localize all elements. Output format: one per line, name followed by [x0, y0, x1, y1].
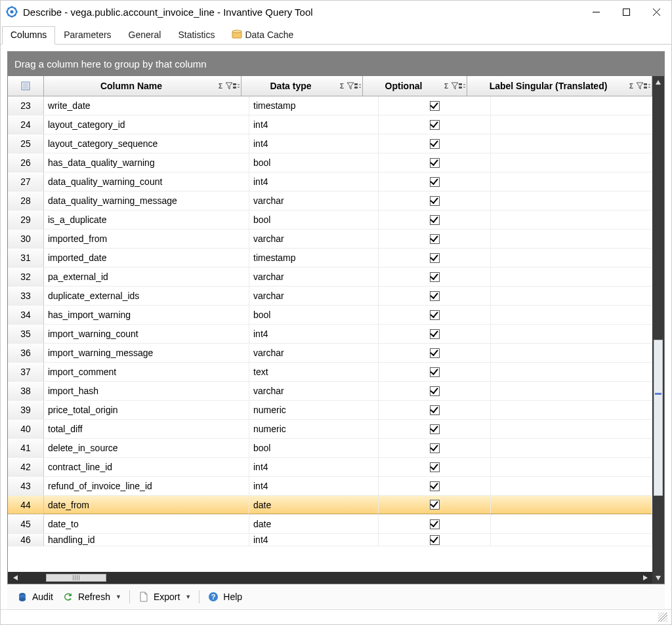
cell-optional[interactable] [379, 287, 491, 305]
row-selector-header[interactable] [8, 76, 44, 96]
row-number[interactable]: 39 [8, 401, 44, 419]
cell-column-name[interactable]: write_date [44, 96, 249, 115]
table-row[interactable]: 24layout_category_idint4 [8, 115, 652, 134]
checkbox-icon[interactable] [430, 500, 440, 510]
cell-optional[interactable] [379, 496, 491, 514]
hscroll-thumb[interactable] [46, 574, 106, 582]
tab-statistics[interactable]: Statistics [169, 26, 223, 44]
cell-optional[interactable] [379, 458, 491, 476]
checkbox-icon[interactable] [430, 462, 440, 472]
table-row[interactable]: 23write_datetimestamp [8, 96, 652, 115]
cell-data-type[interactable]: int4 [249, 458, 379, 476]
cell-label-singular[interactable] [491, 477, 652, 495]
cell-column-name[interactable]: date_from [44, 496, 249, 514]
cell-data-type[interactable]: timestamp [249, 96, 379, 115]
row-number[interactable]: 30 [8, 230, 44, 248]
row-number[interactable]: 28 [8, 192, 44, 210]
cell-label-singular[interactable] [491, 287, 652, 305]
checkbox-icon[interactable] [430, 535, 440, 545]
cell-data-type[interactable]: int4 [249, 134, 379, 153]
cell-column-name[interactable]: price_total_origin [44, 401, 249, 419]
table-row[interactable]: 37import_commenttext [8, 363, 652, 382]
scroll-left-button[interactable] [8, 572, 20, 584]
cell-optional[interactable] [379, 115, 491, 134]
row-number[interactable]: 26 [8, 153, 44, 172]
tab-general[interactable]: General [120, 26, 170, 44]
checkbox-icon[interactable] [430, 272, 440, 282]
help-button[interactable]: ? Help [203, 590, 246, 604]
checkbox-icon[interactable] [430, 215, 440, 225]
column-header-type[interactable]: Data typeΣ [242, 76, 363, 96]
cell-data-type[interactable]: int4 [249, 172, 379, 191]
cell-optional[interactable] [379, 153, 491, 172]
checkbox-icon[interactable] [430, 348, 440, 358]
cell-column-name[interactable]: has_import_warning [44, 306, 249, 324]
cell-data-type[interactable]: timestamp [249, 249, 379, 267]
cell-data-type[interactable]: numeric [249, 401, 379, 419]
cell-label-singular[interactable] [491, 172, 652, 191]
row-number[interactable]: 33 [8, 287, 44, 305]
cell-column-name[interactable]: imported_date [44, 249, 249, 267]
group-by-bar[interactable]: Drag a column here to group by that colu… [8, 52, 664, 76]
table-row[interactable]: 31imported_datetimestamp [8, 249, 652, 268]
scroll-right-button[interactable] [640, 572, 652, 584]
checkbox-icon[interactable] [430, 443, 440, 453]
tab-parameters[interactable]: Parameters [55, 26, 119, 44]
table-row[interactable]: 38import_hashvarchar [8, 382, 652, 401]
table-row[interactable]: 43refund_of_invoice_line_idint4 [8, 477, 652, 496]
cell-label-singular[interactable] [491, 515, 652, 533]
row-number[interactable]: 45 [8, 515, 44, 533]
table-row[interactable]: 33duplicate_external_idsvarchar [8, 287, 652, 306]
cell-column-name[interactable]: import_warning_count [44, 325, 249, 343]
row-number[interactable]: 24 [8, 115, 44, 134]
row-number[interactable]: 44 [8, 496, 44, 514]
column-header-tools[interactable]: Σ [340, 82, 362, 90]
column-header-tools[interactable]: Σ [629, 82, 652, 90]
maximize-button[interactable] [611, 2, 641, 22]
table-row[interactable]: 41delete_in_sourcebool [8, 439, 652, 458]
tab-columns[interactable]: Columns [2, 26, 55, 45]
table-row[interactable]: 26has_data_quality_warningbool [8, 153, 652, 172]
grid-body[interactable]: 23write_datetimestamp24layout_category_i… [8, 96, 652, 572]
cell-data-type[interactable]: varchar [249, 192, 379, 210]
horizontal-scrollbar[interactable] [8, 572, 652, 584]
cell-optional[interactable] [379, 325, 491, 343]
cell-data-type[interactable]: text [249, 363, 379, 381]
cell-column-name[interactable]: data_quality_warning_count [44, 172, 249, 191]
table-row[interactable]: 34has_import_warningbool [8, 306, 652, 325]
cell-column-name[interactable]: refund_of_invoice_line_id [44, 477, 249, 495]
cell-label-singular[interactable] [491, 134, 652, 153]
cell-data-type[interactable]: varchar [249, 344, 379, 362]
cell-optional[interactable] [379, 515, 491, 533]
checkbox-icon[interactable] [430, 177, 440, 187]
cell-data-type[interactable]: int4 [249, 325, 379, 343]
row-number[interactable]: 23 [8, 96, 44, 115]
column-header-singular[interactable]: Label Singular (Translated)Σ [467, 76, 652, 96]
cell-label-singular[interactable] [491, 268, 652, 286]
table-row[interactable]: 46handling_idint4 [8, 534, 652, 546]
cell-data-type[interactable]: date [249, 496, 379, 514]
row-number[interactable]: 25 [8, 134, 44, 153]
table-row[interactable]: 25layout_category_sequenceint4 [8, 134, 652, 153]
row-number[interactable]: 34 [8, 306, 44, 324]
cell-data-type[interactable]: varchar [249, 230, 379, 248]
cell-optional[interactable] [379, 306, 491, 324]
cell-column-name[interactable]: import_warning_message [44, 344, 249, 362]
table-row[interactable]: 28data_quality_warning_messagevarchar [8, 192, 652, 211]
row-number[interactable]: 46 [8, 534, 44, 546]
table-row[interactable]: 42contract_line_idint4 [8, 458, 652, 477]
cell-optional[interactable] [379, 534, 491, 546]
cell-label-singular[interactable] [491, 153, 652, 172]
cell-label-singular[interactable] [491, 420, 652, 438]
cell-data-type[interactable]: date [249, 515, 379, 533]
cell-optional[interactable] [379, 230, 491, 248]
cell-optional[interactable] [379, 420, 491, 438]
scroll-down-button[interactable] [652, 572, 664, 584]
checkbox-icon[interactable] [430, 196, 440, 206]
refresh-button[interactable]: Refresh ▼ [58, 590, 125, 604]
table-row[interactable]: 35import_warning_countint4 [8, 325, 652, 344]
checkbox-icon[interactable] [430, 253, 440, 263]
column-header-optional[interactable]: OptionalΣ [363, 76, 467, 96]
cell-label-singular[interactable] [491, 382, 652, 400]
minimize-button[interactable] [581, 2, 611, 22]
